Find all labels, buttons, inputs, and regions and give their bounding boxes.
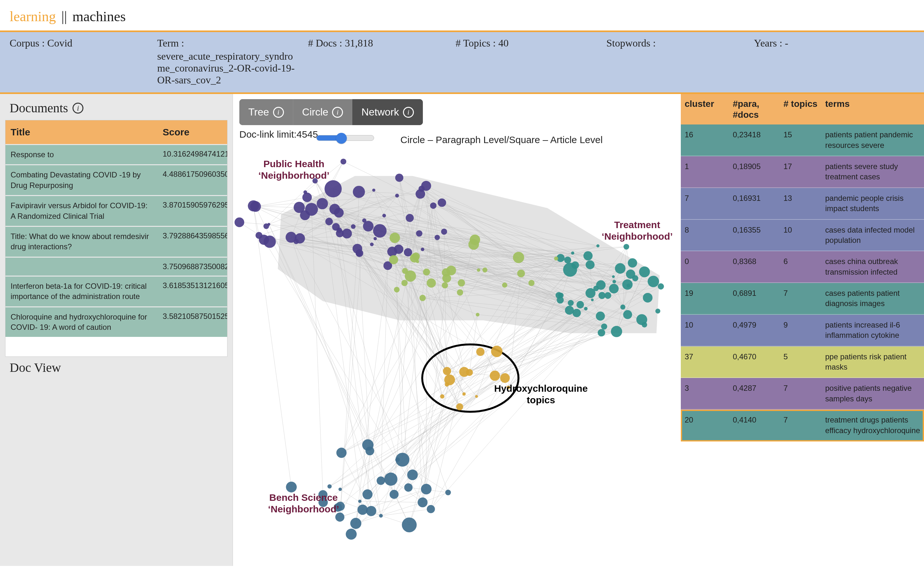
graph-node[interactable] <box>438 199 446 207</box>
graph-node[interactable] <box>475 395 478 398</box>
graph-node[interactable] <box>423 269 430 276</box>
graph-node[interactable] <box>500 373 510 383</box>
graph-node[interactable] <box>655 308 660 313</box>
graph-node[interactable] <box>611 326 622 337</box>
col-para[interactable]: #para, #docs <box>729 94 780 124</box>
graph-node[interactable] <box>338 488 342 491</box>
graph-node[interactable] <box>332 223 340 231</box>
table-row[interactable]: Interferon beta-1a for COVID-19: critica… <box>5 276 227 306</box>
graph-node[interactable] <box>336 448 346 458</box>
graph-node[interactable] <box>615 263 626 274</box>
graph-node[interactable] <box>571 252 574 255</box>
doclink-slider[interactable] <box>316 135 374 141</box>
graph-node[interactable] <box>468 239 479 250</box>
graph-node[interactable] <box>490 371 500 381</box>
graph-node[interactable] <box>513 252 524 263</box>
graph-node[interactable] <box>327 484 332 488</box>
col-score[interactable]: Score <box>158 120 227 144</box>
col-cluster[interactable]: cluster <box>681 94 729 124</box>
graph-node[interactable] <box>642 322 647 327</box>
col-terms[interactable]: terms <box>821 94 924 124</box>
cluster-row[interactable]: 100,49799patients increased il-6 inflamm… <box>681 315 924 346</box>
graph-node[interactable] <box>418 498 428 507</box>
graph-node[interactable] <box>441 229 447 235</box>
graph-node[interactable] <box>394 244 403 254</box>
graph-node[interactable] <box>365 446 374 455</box>
cluster-row[interactable]: 00,83686cases china outbreak transmissio… <box>681 251 924 283</box>
graph-node[interactable] <box>358 499 361 503</box>
graph-node[interactable] <box>517 269 525 277</box>
graph-node[interactable] <box>643 293 653 302</box>
graph-node[interactable] <box>342 229 352 239</box>
graph-node[interactable] <box>419 295 426 301</box>
graph-node[interactable] <box>648 276 659 288</box>
info-icon[interactable]: i <box>332 107 343 118</box>
graph-node[interactable] <box>350 518 362 529</box>
graph-node[interactable] <box>456 403 463 410</box>
graph-node[interactable] <box>421 484 432 495</box>
slider-thumb[interactable] <box>336 133 347 144</box>
tab-tree[interactable]: Tree i <box>240 99 293 125</box>
cluster-row[interactable]: 200,41407treatment drugs patients effica… <box>681 410 924 441</box>
graph-node[interactable] <box>458 279 465 286</box>
info-icon[interactable]: i <box>403 107 414 118</box>
table-row[interactable]: Response to10.3162498474121 <box>5 144 227 164</box>
table-row[interactable]: Title: What do we know about remdesivir … <box>5 226 227 257</box>
graph-node[interactable] <box>419 186 425 192</box>
graph-node[interactable] <box>440 394 444 398</box>
graph-node[interactable] <box>357 505 368 515</box>
graph-node[interactable] <box>340 158 346 164</box>
graph-node[interactable] <box>443 367 451 376</box>
graph-node[interactable] <box>576 301 584 308</box>
graph-node[interactable] <box>334 208 344 218</box>
graph-node[interactable] <box>363 221 373 232</box>
graph-node[interactable] <box>446 266 456 275</box>
graph-node[interactable] <box>584 307 587 310</box>
graph-node[interactable] <box>353 186 365 198</box>
graph-node[interactable] <box>263 223 269 229</box>
network-graph[interactable]: Public Health ‘Neighborhood’ Treatment ‘… <box>233 152 681 566</box>
graph-node[interactable] <box>363 489 373 499</box>
graph-node[interactable] <box>404 483 413 492</box>
info-icon[interactable]: i <box>273 107 284 118</box>
graph-node[interactable] <box>370 243 373 246</box>
graph-node[interactable] <box>377 476 385 485</box>
graph-node[interactable] <box>596 312 605 321</box>
graph-node[interactable] <box>395 194 399 197</box>
graph-node[interactable] <box>628 258 637 268</box>
graph-node[interactable] <box>389 255 398 264</box>
graph-node[interactable] <box>457 290 463 296</box>
graph-node[interactable] <box>416 230 423 237</box>
graph-node[interactable] <box>565 306 574 315</box>
cluster-row[interactable]: 370,46705ppe patients risk patient masks <box>681 346 924 378</box>
graph-node[interactable] <box>248 200 259 211</box>
graph-node[interactable] <box>406 214 414 222</box>
graph-node[interactable] <box>462 392 466 396</box>
graph-node[interactable] <box>404 248 412 256</box>
graph-node[interactable] <box>598 292 605 299</box>
graph-node[interactable] <box>554 256 558 260</box>
graph-node[interactable] <box>601 323 607 329</box>
graph-node[interactable] <box>317 198 328 209</box>
graph-node[interactable] <box>596 280 606 290</box>
graph-node[interactable] <box>394 287 400 293</box>
cluster-row[interactable]: 70,1693113pandemic people crisis impact … <box>681 188 924 220</box>
graph-node[interactable] <box>658 283 664 290</box>
graph-node[interactable] <box>372 189 375 192</box>
graph-node[interactable] <box>612 275 615 278</box>
graph-node[interactable] <box>356 249 363 257</box>
graph-node[interactable] <box>609 284 619 294</box>
graph-node[interactable] <box>325 180 342 197</box>
graph-node[interactable] <box>598 329 605 336</box>
table-row[interactable]: Combating Devastating COVID -19 by Drug … <box>5 164 227 195</box>
graph-node[interactable] <box>605 292 611 299</box>
graph-node[interactable] <box>346 529 357 540</box>
graph-node[interactable] <box>295 233 305 244</box>
graph-node[interactable] <box>568 300 574 306</box>
cluster-row[interactable]: 30,42877positive patients negative sampl… <box>681 378 924 410</box>
graph-node[interactable] <box>586 260 595 269</box>
graph-node[interactable] <box>390 233 400 243</box>
graph-node[interactable] <box>395 174 403 182</box>
graph-node[interactable] <box>477 268 480 272</box>
graph-node[interactable] <box>442 282 448 288</box>
